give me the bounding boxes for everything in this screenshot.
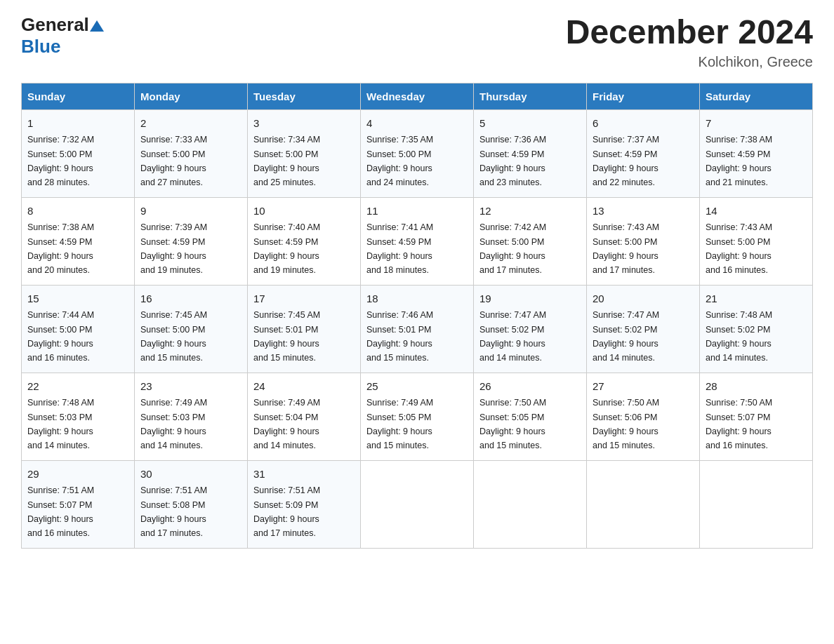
calendar-cell: 29 Sunrise: 7:51 AMSunset: 5:07 PMDaylig… bbox=[22, 460, 135, 548]
calendar-week-row: 15 Sunrise: 7:44 AMSunset: 5:00 PMDaylig… bbox=[22, 285, 813, 373]
calendar-cell: 12 Sunrise: 7:42 AMSunset: 5:00 PMDaylig… bbox=[474, 197, 587, 285]
day-number: 15 bbox=[27, 291, 128, 307]
page-header: General Blue December 2024 Kolchikon, Gr… bbox=[21, 14, 813, 70]
day-info: Sunrise: 7:47 AMSunset: 5:02 PMDaylight:… bbox=[593, 310, 659, 363]
calendar-cell: 11 Sunrise: 7:41 AMSunset: 4:59 PMDaylig… bbox=[361, 197, 474, 285]
day-info: Sunrise: 7:37 AMSunset: 4:59 PMDaylight:… bbox=[593, 135, 659, 187]
col-header-thursday: Thursday bbox=[474, 83, 587, 109]
day-info: Sunrise: 7:36 AMSunset: 4:59 PMDaylight:… bbox=[479, 135, 546, 187]
calendar-week-row: 1 Sunrise: 7:32 AMSunset: 5:00 PMDayligh… bbox=[22, 109, 813, 197]
day-info: Sunrise: 7:35 AMSunset: 5:00 PMDaylight:… bbox=[366, 135, 433, 187]
calendar-cell: 26 Sunrise: 7:50 AMSunset: 5:05 PMDaylig… bbox=[474, 373, 587, 460]
location-title: Kolchikon, Greece bbox=[566, 54, 813, 70]
calendar-cell: 24 Sunrise: 7:49 AMSunset: 5:04 PMDaylig… bbox=[248, 373, 361, 460]
logo-icon bbox=[90, 19, 104, 32]
day-info: Sunrise: 7:44 AMSunset: 5:00 PMDaylight:… bbox=[27, 310, 94, 363]
day-info: Sunrise: 7:51 AMSunset: 5:07 PMDaylight:… bbox=[27, 485, 94, 538]
calendar-cell: 17 Sunrise: 7:45 AMSunset: 5:01 PMDaylig… bbox=[248, 285, 361, 373]
col-header-tuesday: Tuesday bbox=[248, 83, 361, 109]
day-info: Sunrise: 7:40 AMSunset: 4:59 PMDaylight:… bbox=[253, 222, 320, 275]
col-header-saturday: Saturday bbox=[700, 83, 813, 109]
day-info: Sunrise: 7:51 AMSunset: 5:09 PMDaylight:… bbox=[253, 485, 320, 538]
calendar-cell: 27 Sunrise: 7:50 AMSunset: 5:06 PMDaylig… bbox=[587, 373, 700, 460]
calendar-cell: 19 Sunrise: 7:47 AMSunset: 5:02 PMDaylig… bbox=[474, 285, 587, 373]
day-number: 9 bbox=[140, 203, 241, 220]
calendar-cell: 5 Sunrise: 7:36 AMSunset: 4:59 PMDayligh… bbox=[474, 109, 587, 197]
day-info: Sunrise: 7:47 AMSunset: 5:02 PMDaylight:… bbox=[479, 310, 546, 363]
day-number: 14 bbox=[706, 203, 807, 220]
day-number: 19 bbox=[479, 291, 581, 307]
calendar-cell bbox=[361, 460, 474, 548]
svg-marker-0 bbox=[90, 20, 104, 32]
calendar-cell: 9 Sunrise: 7:39 AMSunset: 4:59 PMDayligh… bbox=[135, 197, 248, 285]
calendar-week-row: 22 Sunrise: 7:48 AMSunset: 5:03 PMDaylig… bbox=[22, 373, 813, 460]
day-number: 28 bbox=[706, 379, 807, 395]
day-number: 25 bbox=[366, 379, 468, 395]
day-info: Sunrise: 7:43 AMSunset: 5:00 PMDaylight:… bbox=[593, 222, 659, 275]
col-header-friday: Friday bbox=[587, 83, 700, 109]
calendar-cell: 4 Sunrise: 7:35 AMSunset: 5:00 PMDayligh… bbox=[361, 109, 474, 197]
day-info: Sunrise: 7:50 AMSunset: 5:06 PMDaylight:… bbox=[593, 398, 659, 450]
day-info: Sunrise: 7:49 AMSunset: 5:05 PMDaylight:… bbox=[366, 398, 433, 450]
day-number: 10 bbox=[253, 203, 355, 220]
day-number: 12 bbox=[479, 203, 581, 220]
day-info: Sunrise: 7:39 AMSunset: 4:59 PMDaylight:… bbox=[140, 222, 207, 275]
calendar-cell: 20 Sunrise: 7:47 AMSunset: 5:02 PMDaylig… bbox=[587, 285, 700, 373]
day-info: Sunrise: 7:46 AMSunset: 5:01 PMDaylight:… bbox=[366, 310, 433, 363]
calendar-week-row: 8 Sunrise: 7:38 AMSunset: 4:59 PMDayligh… bbox=[22, 197, 813, 285]
day-info: Sunrise: 7:45 AMSunset: 5:00 PMDaylight:… bbox=[140, 310, 207, 363]
day-number: 8 bbox=[27, 203, 128, 220]
col-header-wednesday: Wednesday bbox=[361, 83, 474, 109]
calendar-cell: 15 Sunrise: 7:44 AMSunset: 5:00 PMDaylig… bbox=[22, 285, 135, 373]
day-info: Sunrise: 7:33 AMSunset: 5:00 PMDaylight:… bbox=[140, 135, 207, 187]
calendar-cell: 2 Sunrise: 7:33 AMSunset: 5:00 PMDayligh… bbox=[135, 109, 248, 197]
day-info: Sunrise: 7:38 AMSunset: 4:59 PMDaylight:… bbox=[706, 135, 772, 187]
calendar-cell bbox=[587, 460, 700, 548]
day-info: Sunrise: 7:48 AMSunset: 5:03 PMDaylight:… bbox=[27, 398, 94, 450]
day-info: Sunrise: 7:49 AMSunset: 5:04 PMDaylight:… bbox=[253, 398, 320, 450]
day-number: 3 bbox=[253, 116, 355, 132]
calendar-cell: 28 Sunrise: 7:50 AMSunset: 5:07 PMDaylig… bbox=[700, 373, 813, 460]
calendar-cell: 1 Sunrise: 7:32 AMSunset: 5:00 PMDayligh… bbox=[22, 109, 135, 197]
calendar-cell: 16 Sunrise: 7:45 AMSunset: 5:00 PMDaylig… bbox=[135, 285, 248, 373]
calendar-cell: 8 Sunrise: 7:38 AMSunset: 4:59 PMDayligh… bbox=[22, 197, 135, 285]
day-info: Sunrise: 7:43 AMSunset: 5:00 PMDaylight:… bbox=[706, 222, 772, 275]
day-info: Sunrise: 7:41 AMSunset: 4:59 PMDaylight:… bbox=[366, 222, 433, 275]
day-info: Sunrise: 7:34 AMSunset: 5:00 PMDaylight:… bbox=[253, 135, 320, 187]
calendar-table: SundayMondayTuesdayWednesdayThursdayFrid… bbox=[21, 83, 813, 549]
calendar-cell: 13 Sunrise: 7:43 AMSunset: 5:00 PMDaylig… bbox=[587, 197, 700, 285]
calendar-week-row: 29 Sunrise: 7:51 AMSunset: 5:07 PMDaylig… bbox=[22, 460, 813, 548]
day-number: 4 bbox=[366, 116, 468, 132]
calendar-cell: 10 Sunrise: 7:40 AMSunset: 4:59 PMDaylig… bbox=[248, 197, 361, 285]
day-number: 1 bbox=[27, 116, 128, 132]
day-info: Sunrise: 7:50 AMSunset: 5:07 PMDaylight:… bbox=[706, 398, 772, 450]
calendar-cell: 31 Sunrise: 7:51 AMSunset: 5:09 PMDaylig… bbox=[248, 460, 361, 548]
calendar-cell: 7 Sunrise: 7:38 AMSunset: 4:59 PMDayligh… bbox=[700, 109, 813, 197]
calendar-cell: 30 Sunrise: 7:51 AMSunset: 5:08 PMDaylig… bbox=[135, 460, 248, 548]
day-info: Sunrise: 7:38 AMSunset: 4:59 PMDaylight:… bbox=[27, 222, 94, 275]
day-number: 26 bbox=[479, 379, 581, 395]
day-number: 11 bbox=[366, 203, 468, 220]
day-number: 18 bbox=[366, 291, 468, 307]
day-number: 24 bbox=[253, 379, 355, 395]
calendar-cell: 21 Sunrise: 7:48 AMSunset: 5:02 PMDaylig… bbox=[700, 285, 813, 373]
logo-general-text: General bbox=[21, 14, 89, 36]
logo-blue-text: Blue bbox=[21, 36, 60, 58]
day-number: 16 bbox=[140, 291, 241, 307]
calendar-cell bbox=[474, 460, 587, 548]
day-info: Sunrise: 7:48 AMSunset: 5:02 PMDaylight:… bbox=[706, 310, 772, 363]
calendar-cell: 6 Sunrise: 7:37 AMSunset: 4:59 PMDayligh… bbox=[587, 109, 700, 197]
day-number: 27 bbox=[593, 379, 694, 395]
day-number: 29 bbox=[27, 467, 128, 483]
col-header-sunday: Sunday bbox=[22, 83, 135, 109]
calendar-cell: 3 Sunrise: 7:34 AMSunset: 5:00 PMDayligh… bbox=[248, 109, 361, 197]
day-number: 13 bbox=[593, 203, 694, 220]
day-number: 6 bbox=[593, 116, 694, 132]
day-number: 23 bbox=[140, 379, 241, 395]
day-number: 20 bbox=[593, 291, 694, 307]
day-info: Sunrise: 7:49 AMSunset: 5:03 PMDaylight:… bbox=[140, 398, 207, 450]
day-info: Sunrise: 7:32 AMSunset: 5:00 PMDaylight:… bbox=[27, 135, 94, 187]
calendar-header-row: SundayMondayTuesdayWednesdayThursdayFrid… bbox=[22, 83, 813, 109]
day-number: 31 bbox=[253, 467, 355, 483]
calendar-cell: 22 Sunrise: 7:48 AMSunset: 5:03 PMDaylig… bbox=[22, 373, 135, 460]
